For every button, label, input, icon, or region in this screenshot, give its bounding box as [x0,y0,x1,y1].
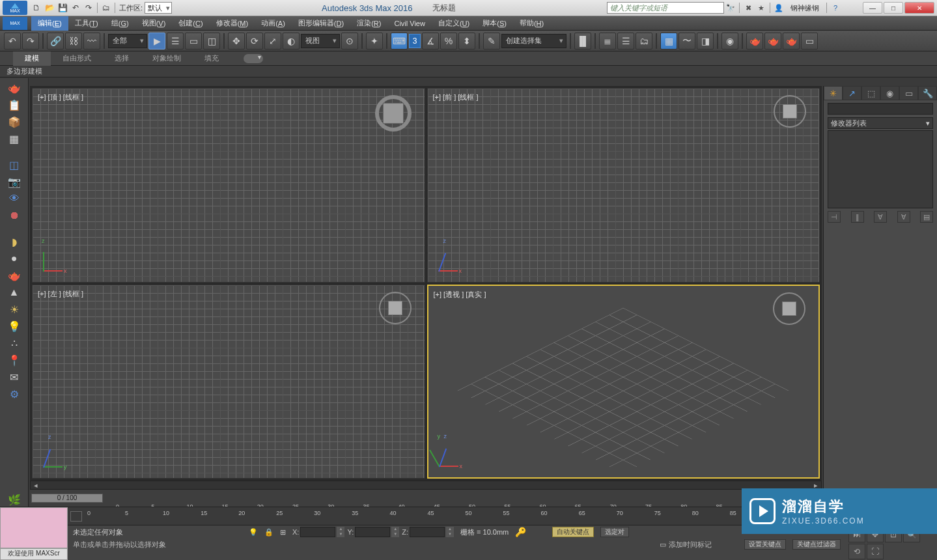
named-selection-set[interactable]: 创建选择集 [501,34,566,48]
viewport-perspective[interactable]: [+] [透视 ] [真实 ] xyz [427,285,820,479]
viewport-label[interactable]: [+] [透视 ] [真实 ] [434,290,486,300]
viewcube-icon[interactable] [379,292,412,324]
menu-tools[interactable]: 工具(T) [68,16,105,31]
workspace-select[interactable]: 默认 [145,2,172,14]
catalog-icon[interactable]: ▦ [5,132,24,146]
menu-customize[interactable]: 自定义(U) [432,16,476,31]
orbit-icon[interactable]: ⟲ [848,544,865,559]
rotate-icon[interactable]: ⟳ [246,33,263,49]
time-slider-thumb[interactable]: 0 / 100 [31,494,103,503]
teapot2-icon[interactable]: 🫖 [5,268,24,283]
layers-icon[interactable]: ☰ [617,33,634,49]
signin-icon[interactable]: 👤 [772,4,785,12]
viewport-layout-icon[interactable]: ◫ [5,158,24,172]
percent-snap-icon[interactable]: % [440,33,457,49]
named-sel-edit-icon[interactable]: ✎ [483,33,500,49]
light-icon[interactable]: 💡 [5,319,24,333]
maximize-viewport-icon[interactable]: ⛶ [867,544,884,559]
add-time-tag[interactable]: 添加时间标记 [669,540,712,550]
undo-button[interactable]: ↶ [4,33,21,49]
sheet-icon[interactable]: 📋 [5,98,24,112]
save-icon[interactable]: 💾 [56,1,69,14]
menu-edit[interactable]: 编辑(E) [31,16,68,31]
gear-icon[interactable]: ⚙ [5,387,24,401]
viewport-scrollbar[interactable]: ◂ ▸ [30,481,822,490]
keyboard-shortcut-icon[interactable]: ⌨ [391,33,408,49]
render-icon[interactable]: 🫖 [783,33,800,49]
z-input[interactable] [410,527,445,537]
menu-group[interactable]: 组(G) [105,16,135,31]
configure-icon[interactable]: ▤ [920,211,933,223]
menu-modifiers[interactable]: 修改器(M) [210,16,255,31]
ribbon-tab-objectpaint[interactable]: 对象绘制 [141,51,193,66]
dome-icon[interactable]: ◗ [5,234,24,249]
create-tab-icon[interactable]: ✳ [824,86,843,100]
render-frame-icon[interactable]: 🫖 [764,33,781,49]
close-button[interactable]: ✕ [904,2,934,14]
curve-editor-icon[interactable]: 〜 [678,33,695,49]
make-unique-icon[interactable]: ∀ [874,211,887,223]
menu-grapheditors[interactable]: 图形编辑器(D) [292,16,350,31]
render-setup-icon[interactable]: 🫖 [746,33,763,49]
viewport-label[interactable]: [+] [顶 ] [线框 ] [38,92,83,102]
viewcube-icon[interactable] [773,292,805,325]
ribbon-tab-selection[interactable]: 选择 [103,51,141,66]
favorite-icon[interactable]: ★ [755,4,768,12]
menu-civilview[interactable]: Civil View [387,16,431,31]
key-filters-button[interactable]: 关键点过滤器 [792,539,841,550]
menu-animation[interactable]: 动画(A) [255,16,292,31]
scroll-left-icon[interactable]: ◂ [31,481,41,490]
unlink-icon[interactable]: ⛓ [65,33,82,49]
x-spinner[interactable]: ▲▼ [337,527,344,537]
menu-rendering[interactable]: 渲染(R) [350,16,387,31]
time-tag-icon[interactable]: ▭ [660,540,666,549]
sun-icon[interactable]: ☀ [5,302,24,316]
minimize-button[interactable]: — [863,2,882,14]
snap-toggle[interactable]: 3 [409,34,421,48]
record-icon[interactable]: ⏺ [5,208,24,223]
select-object-button[interactable]: ▶ [148,33,165,49]
scale-icon[interactable]: ⤢ [264,33,281,49]
search-input[interactable]: 键入关键字或短语 [607,2,724,14]
material-editor-icon[interactable]: ◉ [721,33,738,49]
modifier-stack[interactable] [828,130,933,208]
menu-help[interactable]: 帮助(H) [513,16,550,31]
redo-icon[interactable]: ↷ [82,1,95,14]
hierarchy-tab-icon[interactable]: ⬚ [861,86,880,100]
x-input[interactable] [300,527,335,537]
remove-mod-icon[interactable]: ∀ [897,211,910,223]
steering-wheel-icon[interactable] [375,95,412,132]
layer-explorer-icon[interactable]: 🗂 [636,33,652,49]
modify-tab-icon[interactable]: ↗ [843,86,861,100]
viewcube-icon[interactable] [774,95,806,128]
spinner-snap-icon[interactable]: ⬍ [458,33,475,49]
camera-icon[interactable]: 📷 [5,175,24,189]
mail-icon[interactable]: ✉ [5,370,24,384]
bind-spacewarp-icon[interactable]: 〰 [83,33,100,49]
open-icon[interactable]: 📂 [43,1,56,14]
modifier-list[interactable]: 修改器列表 [828,117,933,129]
max-logo-menu[interactable]: MAX [3,17,27,30]
isolate-lock-icon[interactable]: 🔒 [264,528,273,537]
ribbon-tab-populate[interactable]: 填充 [193,51,231,66]
align-icon[interactable]: ≣ [599,33,616,49]
utilities-tab-icon[interactable]: 🔧 [918,86,937,100]
viewport-label[interactable]: [+] [左 ] [线框 ] [38,289,83,299]
menu-maxscript[interactable]: 脚本(S) [476,16,513,31]
pin-icon[interactable]: 📍 [5,353,24,367]
y-input[interactable] [355,527,390,537]
render-scene-icon[interactable]: ▭ [801,33,818,49]
lock-icon[interactable]: 💡 [249,528,258,537]
pin-stack-icon[interactable]: ⊣ [828,211,841,223]
binoculars-icon[interactable]: 🔭 [724,4,737,12]
key-mode-icon[interactable]: 🔑 [515,527,526,537]
track-icon[interactable] [70,511,82,522]
refcoord-select[interactable]: 视图 [301,34,340,48]
teapot-icon[interactable]: 🫖 [5,81,24,95]
coordinate-display-icon[interactable]: ⊞ [280,528,286,537]
cone-icon[interactable]: ▲ [5,285,24,300]
select-filter[interactable]: 全部 [108,34,147,48]
maximize-button[interactable]: □ [884,2,903,14]
new-icon[interactable]: 🗋 [30,1,43,14]
isolate-icon[interactable]: 👁 [5,191,24,206]
